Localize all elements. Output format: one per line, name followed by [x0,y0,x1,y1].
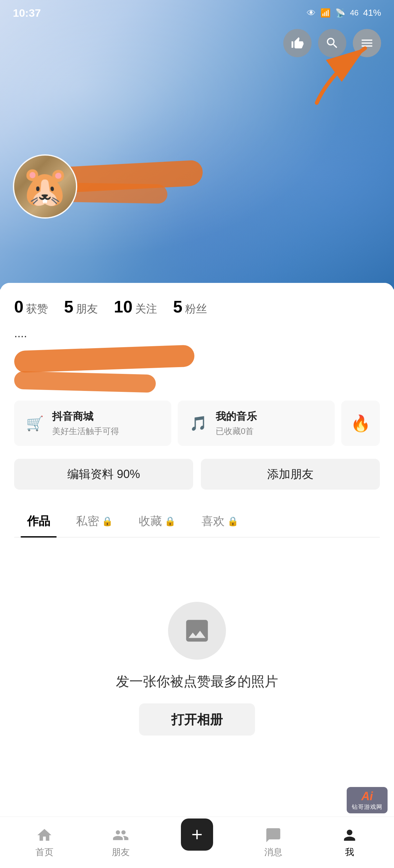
plus-icon [189,827,205,843]
stat-followers: 5 粉丝 [173,297,207,316]
service-cards: 🛒 抖音商城 美好生活触手可得 🎵 我的音乐 已收藏0首 🔥 [14,401,380,446]
favorites-lock-icon: 🔒 [165,516,176,527]
signal-icon: 📶 [320,8,331,18]
bio-redaction-2 [14,371,156,393]
likes-lock-icon: 🔒 [227,516,238,527]
service-card-more[interactable]: 🔥 [341,401,380,446]
tab-likes[interactable]: 喜欢 🔒 [189,506,251,537]
top-actions [283,29,381,57]
stat-likes: 0 获赞 [14,297,48,316]
network-icon: 46 [350,8,359,18]
music-text: 我的音乐 已收藏0首 [216,409,257,437]
thumb-up-icon [290,36,305,50]
thumb-up-button[interactable] [283,29,312,57]
private-lock-icon: 🔒 [102,516,113,527]
avatar-container[interactable] [13,154,77,219]
status-time: 10:37 [13,7,41,19]
nav-home[interactable]: 首页 [6,827,83,858]
action-buttons: 编辑资料 90% 添加朋友 [14,459,380,490]
edit-profile-button[interactable]: 编辑资料 90% [14,459,193,490]
wifi-icon: 📡 [335,8,345,18]
messages-icon [265,827,282,843]
nav-create[interactable]: + [159,818,235,867]
nav-messages[interactable]: 消息 [235,827,311,858]
status-bar: 10:37 👁 📶 📡 46 41% [0,0,394,26]
nav-friends[interactable]: 朋友 [83,827,159,858]
avatar-image [14,156,76,217]
friends-icon [112,827,129,843]
main-content: 0 获赞 5 朋友 10 关注 5 粉丝 ···· [0,283,394,816]
tab-works[interactable]: 作品 [14,506,63,537]
tab-private[interactable]: 私密 🔒 [63,506,126,537]
service-card-shop[interactable]: 🛒 抖音商城 美好生活触手可得 [14,401,171,446]
tab-favorites[interactable]: 收藏 🔒 [126,506,189,537]
profile-icon [341,827,358,843]
service-card-music[interactable]: 🎵 我的音乐 已收藏0首 [178,401,335,446]
stats-section: 0 获赞 5 朋友 10 关注 5 粉丝 ···· [0,283,394,537]
bio-area: ···· [14,329,380,391]
add-friend-button[interactable]: 添加朋友 [201,459,380,490]
empty-icon-wrapper [168,602,226,660]
photo-icon [182,616,212,645]
watermark: Ai 钻哥游戏网 [347,787,388,813]
bio-redaction-1 [14,345,195,373]
bottom-nav: 首页 朋友 + 消息 我 [0,816,394,868]
create-plus-button[interactable] [181,818,213,850]
music-icon: 🎵 [187,412,209,434]
open-album-button[interactable]: 打开相册 [139,704,255,736]
stats-row: 0 获赞 5 朋友 10 关注 5 粉丝 [14,297,380,316]
shop-icon: 🛒 [24,412,46,434]
shop-text: 抖音商城 美好生活触手可得 [52,409,119,437]
menu-button[interactable] [353,29,381,57]
battery-icon: 41% [363,8,381,18]
stat-friends: 5 朋友 [64,297,98,316]
eye-icon: 👁 [307,8,316,18]
content-area: 发一张你被点赞最多的照片 打开相册 [0,537,394,761]
stat-following: 10 关注 [114,297,157,316]
empty-state-text: 发一张你被点赞最多的照片 [116,673,278,690]
home-icon [36,827,53,843]
status-icons: 👁 📶 📡 46 41% [307,8,381,18]
watermark-box: Ai 钻哥游戏网 [347,787,388,813]
fire-icon: 🔥 [349,412,371,434]
search-icon [325,36,339,50]
tabs-row: 作品 私密 🔒 收藏 🔒 喜欢 🔒 [14,506,380,537]
menu-icon [360,36,374,50]
nav-profile[interactable]: 我 [311,827,388,858]
search-button[interactable] [318,29,346,57]
